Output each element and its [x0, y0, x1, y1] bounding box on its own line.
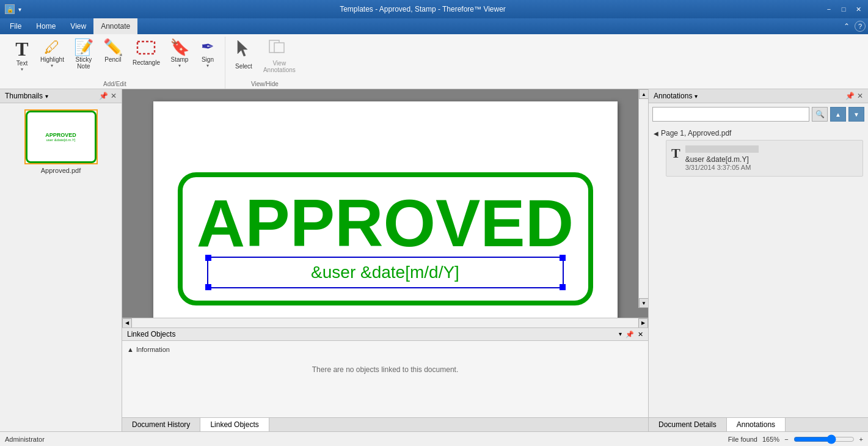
info-section-header: ▲ Information [127, 346, 643, 353]
vertical-scrollbar[interactable]: ▲ ▼ [638, 89, 648, 308]
svg-rect-0 [137, 42, 155, 54]
ribbon-stamp-button[interactable]: 🔖 Stamp ▾ [166, 37, 193, 71]
thumbnail-image: APPROVED user &date[d.m.Y] [24, 109, 98, 164]
scroll-left-button[interactable]: ◀ [122, 318, 132, 328]
thumbnails-title: Thumbnails [5, 92, 43, 100]
status-zoom-label: 165% [762, 436, 779, 443]
tab-linked-objects[interactable]: Linked Objects [200, 418, 269, 431]
zoom-out-button[interactable]: − [784, 436, 788, 443]
status-right: File found 165% − + [728, 434, 863, 444]
linked-objects-controls: ▾ 📌 ✕ [619, 331, 643, 338]
zoom-slider[interactable] [793, 434, 855, 444]
scroll-up-button[interactable]: ▲ [639, 89, 648, 99]
highlight-label: Highlight [40, 56, 64, 63]
thumbnails-close-icon[interactable]: ✕ [111, 92, 117, 100]
search-button[interactable]: 🔍 [812, 107, 828, 122]
annotations-search-input[interactable] [652, 107, 809, 122]
thumbnails-controls: 📌 ✕ [99, 92, 117, 100]
linked-objects-content: ▲ Information There are no objects linke… [122, 341, 648, 417]
thumbnail-approved-pdf[interactable]: APPROVED user &date[d.m.Y] Approved.pdf [24, 109, 98, 174]
menu-bar: File Home View Annotate ⌃ ? [0, 18, 868, 34]
page-node-label: ◀ Page 1, Approved.pdf [654, 129, 863, 137]
handle-tr[interactable] [560, 255, 566, 261]
handle-br[interactable] [560, 284, 566, 290]
info-section-label: Information [136, 346, 170, 353]
stamp-label: Stamp [171, 56, 189, 63]
thumbnails-dropdown-icon[interactable]: ▾ [45, 93, 48, 100]
help-button[interactable]: ? [855, 21, 866, 32]
annotation-tree: ◀ Page 1, Approved.pdf T &user &date[d.m… [649, 125, 868, 417]
scroll-down-button[interactable]: ▼ [639, 298, 648, 308]
ribbon-highlight-button[interactable]: 🖊 Highlight ▾ [37, 37, 68, 71]
status-user: Administrator [5, 436, 45, 443]
stamp-text-box[interactable]: &user &date[m/d/Y] [207, 257, 564, 288]
document-viewer[interactable]: APPROVED &user &date[m/d/Y] ▲ ▼ [122, 89, 648, 318]
sign-icon: ✒ [201, 39, 214, 55]
ribbon-text-button[interactable]: T Text ▾ [10, 37, 34, 75]
ribbon-sticky-note-button[interactable]: 📝 StickyNote [70, 37, 97, 72]
nav-down-button[interactable]: ▼ [848, 107, 864, 122]
linked-objects-header: Linked Objects ▾ 📌 ✕ [122, 328, 648, 341]
menu-file[interactable]: File [2, 18, 29, 34]
highlight-icon: 🖊 [44, 39, 60, 55]
thumbnails-header: Thumbnails ▾ 📌 ✕ [0, 89, 122, 103]
text-arrow: ▾ [21, 67, 23, 72]
view-hide-group-label: View/Hide [251, 81, 279, 89]
scroll-right-button[interactable]: ▶ [638, 318, 648, 328]
rectangle-label: Rectangle [133, 59, 160, 66]
ribbon-select-button[interactable]: Select [230, 37, 257, 72]
annotations-close-icon[interactable]: ✕ [857, 92, 863, 100]
annotation-type-icon: T [671, 145, 680, 161]
annotations-pin-icon[interactable]: 📌 [845, 92, 855, 100]
handle-tl[interactable] [205, 255, 211, 261]
annotation-item[interactable]: T &user &date[d.m.Y] 3/31/2014 3:37:05 A… [666, 140, 863, 177]
menu-home[interactable]: Home [29, 18, 63, 34]
stamp-approved-text: APPROVED [197, 189, 574, 257]
handle-bl[interactable] [205, 284, 211, 290]
ribbon-group-view-hide: Select ViewAnnotations View/Hide [225, 37, 304, 89]
menu-view[interactable]: View [63, 18, 93, 34]
info-collapse-icon[interactable]: ▲ [127, 346, 134, 353]
tab-document-details[interactable]: Document Details [649, 418, 727, 431]
annotations-panel: Annotations ▾ 📌 ✕ 🔍 ▲ ▼ ◀ Page 1, Approv… [648, 89, 868, 431]
select-label: Select [235, 63, 252, 70]
thumbnails-pin-icon[interactable]: 📌 [99, 92, 108, 100]
annotations-dropdown-icon[interactable]: ▾ [695, 93, 698, 100]
menu-annotate[interactable]: Annotate [93, 18, 137, 34]
bottom-tabs-bar: Document History Linked Objects [122, 417, 648, 431]
minimize-button[interactable]: − [824, 5, 834, 13]
status-bar: Administrator File found 165% − + [0, 431, 868, 446]
linked-objects-pin-icon[interactable]: 📌 [625, 331, 634, 338]
ribbon-rectangle-button[interactable]: Rectangle [129, 37, 164, 68]
ribbon-pencil-button[interactable]: ✏️ Pencil [100, 37, 126, 65]
linked-objects-close-icon[interactable]: ✕ [638, 331, 643, 338]
scroll-track [639, 99, 648, 298]
horizontal-scrollbar[interactable]: ◀ ▶ [122, 318, 648, 327]
tab-annotations[interactable]: Annotations [727, 418, 786, 431]
annotation-text: &user &date[d.m.Y] [685, 155, 759, 164]
pencil-icon: ✏️ [103, 39, 123, 55]
mini-stamp: APPROVED user &date[d.m.Y] [26, 111, 97, 163]
status-page-info: File found [728, 436, 757, 443]
nav-up-button[interactable]: ▲ [830, 107, 846, 122]
view-annotations-icon [268, 39, 290, 59]
maximize-button[interactable]: □ [839, 5, 848, 13]
annotation-details: &user &date[d.m.Y] 3/31/2014 3:37:05 AM [685, 145, 759, 171]
stamp-sub-text: &user &date[m/d/Y] [233, 263, 538, 282]
page-node-arrow[interactable]: ◀ [654, 130, 658, 137]
zoom-in-button[interactable]: + [859, 436, 863, 443]
page-node-text: Page 1, Approved.pdf [661, 129, 731, 137]
close-button[interactable]: ✕ [853, 5, 863, 13]
ribbon-sign-button[interactable]: ✒ Sign ▾ [195, 37, 220, 71]
highlight-arrow: ▾ [51, 63, 53, 68]
pencil-label: Pencil [104, 56, 121, 63]
stamp-arrow: ▾ [178, 63, 181, 68]
ribbon-items-add-edit: T Text ▾ 🖊 Highlight ▾ 📝 StickyNote ✏️ P… [10, 37, 220, 79]
title-bar-left: 🔒 ▾ [5, 4, 21, 14]
no-objects-message: There are no objects linked to this docu… [127, 365, 643, 374]
svg-rect-3 [274, 43, 284, 53]
linked-objects-dropdown-icon[interactable]: ▾ [619, 331, 622, 338]
thumbnails-panel: Thumbnails ▾ 📌 ✕ APPROVED user &date[d.m… [0, 89, 122, 431]
ribbon-view-annotations-button[interactable]: ViewAnnotations [260, 37, 299, 76]
tab-document-history[interactable]: Document History [122, 418, 200, 431]
